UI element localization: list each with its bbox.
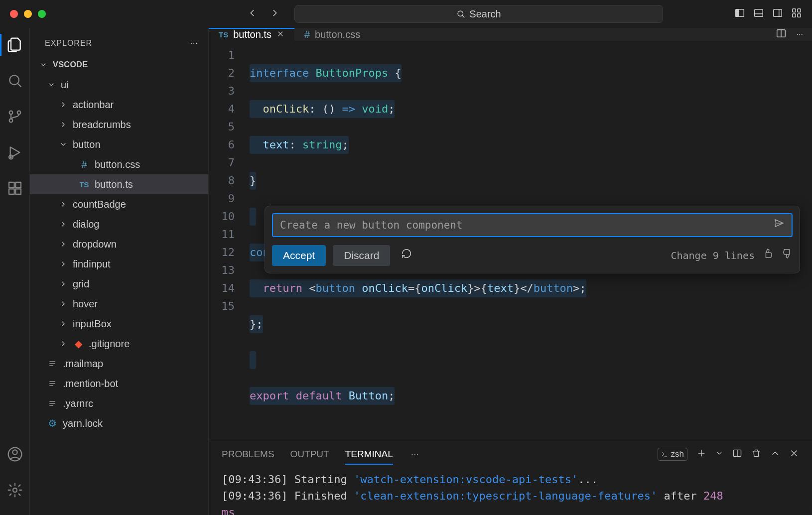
account-icon [7,446,23,462]
files-icon [7,37,23,53]
panel-more-button[interactable]: ··· [411,449,419,460]
tree-folder-dialog[interactable]: dialog [30,214,208,234]
toggle-primary-sidebar-button[interactable] [734,7,745,20]
chevron-right-icon [59,101,68,109]
tree-folder-countbadge[interactable]: countBadge [30,194,208,214]
terminal-dropdown-button[interactable] [715,449,723,460]
activity-search[interactable] [0,73,30,89]
search-placeholder: Search [469,8,501,20]
ts-file-icon: TS [79,180,90,189]
close-window-button[interactable] [10,10,18,18]
tree-folder-findinput[interactable]: findinput [30,254,208,274]
tree-file-yarnrc[interactable]: .yarnrc [30,393,208,413]
activity-source-control[interactable] [0,109,30,125]
svg-rect-6 [798,9,801,12]
tree-folder-breadcrumbs[interactable]: breadcrumbs [30,115,208,134]
tree-item-label: hover [73,298,98,310]
tree-folder-actionbar[interactable]: actionbar [30,95,208,115]
sidebar-more-button[interactable]: ··· [190,39,198,48]
tree-folder-inputbox[interactable]: inputBox [30,314,208,334]
chevron-down-icon [47,81,56,89]
kill-terminal-button[interactable] [751,448,761,461]
tree-folder-hover[interactable]: hover [30,294,208,314]
css-file-icon [304,29,310,40]
tab-button-css[interactable]: button.css [294,28,370,41]
svg-point-19 [12,450,17,454]
chevron-right-icon [59,200,68,208]
inline-chat-input[interactable]: Create a new button component [272,213,793,237]
panel-tab-output[interactable]: OUTPUT [290,449,329,460]
toggle-panel-button[interactable] [753,7,764,20]
tree-file-mailmap[interactable]: .mailmap [30,354,208,374]
close-panel-button[interactable] [789,448,799,461]
tree-item-label: .gitignore [89,338,130,350]
yarn-file-icon: ⚙ [47,417,58,429]
nav-forward-button[interactable] [270,7,280,20]
tree-item-label: yarn.lock [63,418,103,429]
tree-item-label: inputBox [73,318,112,330]
close-tab-button[interactable] [276,29,284,40]
tree-folder-grid[interactable]: grid [30,274,208,294]
discard-button[interactable]: Discard [333,245,390,266]
tree-item-label: .mailmap [63,358,103,370]
tree-file-yarnlock[interactable]: ⚙yarn.lock [30,413,208,433]
sidebar-title: EXPLORER [45,39,92,48]
thumbs-up-button[interactable] [763,247,774,264]
command-center[interactable]: Search [294,5,663,23]
tree-item-label: countBadge [73,199,126,210]
tree-folder-dropdown[interactable]: dropdown [30,234,208,254]
tree-item-label: findinput [73,258,111,270]
tree-item-label: button [73,139,101,150]
tab-label: button.ts [233,29,271,40]
editor-more-button[interactable]: ··· [797,30,803,39]
chevron-right-icon [59,260,68,268]
split-editor-button[interactable] [776,28,787,41]
tree-file-mention-bot[interactable]: .mention-bot [30,374,208,393]
activity-extensions[interactable] [0,180,30,196]
regenerate-button[interactable] [401,247,412,264]
tree-file-button-css[interactable]: button.css [30,154,208,174]
terminal-shell-name: zsh [671,449,684,459]
tree-folder-button[interactable]: button [30,134,208,154]
toggle-secondary-sidebar-button[interactable] [772,7,783,20]
chevron-down-icon [59,140,68,148]
panel-tab-terminal[interactable]: TERMINAL [345,449,393,460]
code-editor[interactable]: 123456789101112131415 interface ButtonPr… [209,41,812,441]
split-terminal-button[interactable] [732,448,742,461]
svg-point-20 [13,488,17,492]
chevron-right-icon [59,320,68,328]
tree-item-label: breadcrumbs [73,119,131,130]
panel-tab-problems[interactable]: PROBLEMS [222,449,274,460]
activity-run-debug[interactable] [0,144,30,160]
customize-layout-button[interactable] [791,7,802,20]
tree-file-button-ts[interactable]: TSbutton.ts [30,174,208,194]
panel-tabs: PROBLEMS OUTPUT TERMINAL ··· zsh [209,441,812,467]
change-status: Change 9 lines [671,247,755,264]
tree-item-label: button.css [95,159,140,170]
search-icon [7,73,23,89]
layout-controls [734,7,802,20]
bottom-panel: PROBLEMS OUTPUT TERMINAL ··· zsh [09:43:… [209,441,812,515]
activity-accounts[interactable] [0,446,30,462]
accept-button[interactable]: Accept [272,245,326,266]
terminal-profile-badge[interactable]: zsh [658,448,687,461]
tree-item-label: .yarnrc [63,398,93,409]
tree-file-gitignore[interactable]: ◆.gitignore [30,334,208,354]
tab-button-ts[interactable]: TS button.ts [209,28,294,41]
thumbs-down-button[interactable] [782,247,793,264]
terminal-output[interactable]: [09:43:36] Starting 'watch-extension:vsc… [209,467,812,515]
extensions-icon [7,180,23,196]
maximize-panel-button[interactable] [770,448,780,461]
send-icon[interactable] [774,216,785,234]
chevron-right-icon [59,340,68,348]
activity-explorer[interactable] [0,37,30,53]
new-terminal-button[interactable] [696,448,706,461]
activity-settings[interactable] [0,482,30,498]
svg-rect-3 [755,9,763,17]
minimize-window-button[interactable] [24,10,32,18]
tree-root[interactable]: VSCODE [30,55,208,75]
maximize-window-button[interactable] [38,10,46,18]
svg-rect-17 [15,182,21,188]
nav-back-button[interactable] [247,7,258,20]
tree-folder-ui[interactable]: ui [30,75,208,95]
